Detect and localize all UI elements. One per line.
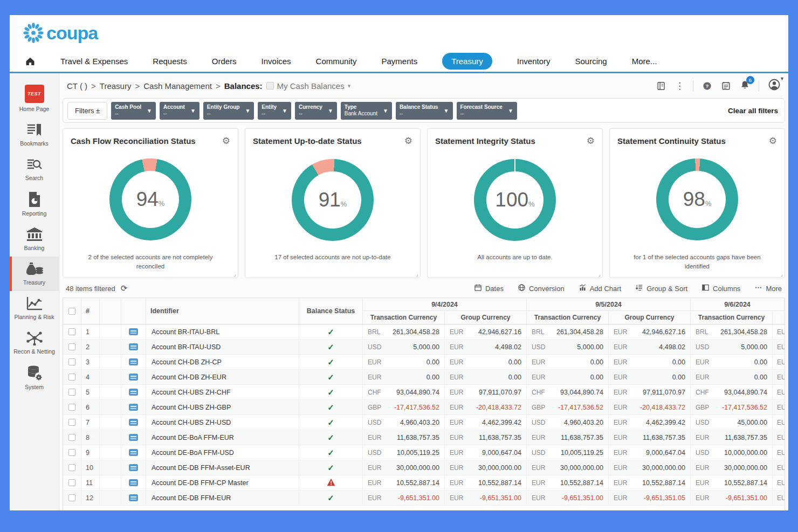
- row-identifier[interactable]: Account DE-BoA FFM-EUR: [146, 430, 299, 445]
- row-checkbox[interactable]: [68, 404, 75, 411]
- more-button[interactable]: More: [754, 284, 782, 293]
- row-checkbox[interactable]: [68, 434, 75, 441]
- nav-item-community[interactable]: Community: [316, 57, 357, 66]
- row-identifier[interactable]: Account CH-UBS ZH-CHF: [146, 385, 299, 399]
- nav-item-payments[interactable]: Payments: [381, 57, 417, 66]
- home-icon[interactable]: [25, 56, 36, 67]
- table-row[interactable]: 8Account DE-BoA FFM-EUR✓EUR11,638,757.35…: [63, 430, 785, 445]
- nav-item-treasury[interactable]: Treasury: [442, 53, 492, 70]
- nav-item-inventory[interactable]: Inventory: [517, 57, 551, 66]
- filter-dropdown-entity[interactable]: Entity--▼: [258, 102, 291, 120]
- table-row[interactable]: 4Account CH-DB ZH-EUR✓EUR0.00EUR0.00EUR0…: [63, 370, 785, 385]
- gear-icon[interactable]: ⚙: [222, 135, 230, 147]
- table-row[interactable]: 10Account DE-DB FFM-Asset-EUR✓EUR30,000,…: [63, 460, 785, 475]
- date-group-header[interactable]: 9/5/2024: [527, 298, 691, 311]
- nav-item-orders[interactable]: Orders: [212, 57, 237, 66]
- view-selector[interactable]: My Cash Balances ▾: [266, 81, 351, 91]
- sidebar-item-home-page[interactable]: TESTHome Page: [10, 80, 59, 118]
- resize-handle-icon[interactable]: ⌟: [416, 271, 418, 277]
- row-select-cell[interactable]: [63, 385, 81, 399]
- nav-item-more-[interactable]: More...: [632, 57, 657, 66]
- sub-header-group-currency[interactable]: Group Currency: [609, 311, 691, 324]
- row-checkbox[interactable]: [68, 374, 75, 381]
- resize-handle-icon[interactable]: ⌟: [598, 271, 601, 277]
- row-select-cell[interactable]: [63, 400, 81, 414]
- conversion-button[interactable]: Conversion: [518, 284, 565, 293]
- date-group-header[interactable]: 9/6/2024: [691, 298, 785, 311]
- notifications-bell[interactable]: 6: [740, 80, 750, 92]
- nav-item-sourcing[interactable]: Sourcing: [575, 57, 607, 66]
- row-checkbox[interactable]: [68, 343, 75, 350]
- filter-dropdown-forecast-source[interactable]: Forecast Source--▼: [457, 102, 517, 120]
- resize-handle-icon[interactable]: ⌟: [780, 271, 783, 277]
- table-row[interactable]: 5Account CH-UBS ZH-CHF✓CHF93,044,890.74E…: [63, 385, 785, 400]
- row-identifier[interactable]: Account DE-DB FFM-CP Master: [146, 475, 299, 490]
- table-row[interactable]: 6Account CH-UBS ZH-GBP✓GBP-17,417,536.52…: [63, 400, 785, 415]
- clear-all-filters-button[interactable]: Clear all filters: [728, 107, 778, 115]
- row-checkbox[interactable]: [68, 419, 75, 426]
- add-chart-button[interactable]: Add Chart: [579, 284, 622, 293]
- row-identifier[interactable]: Account CH-UBS ZH-USD: [146, 415, 299, 430]
- row-identifier[interactable]: Account BR-ITAU-USD: [146, 340, 299, 354]
- filter-dropdown-currency[interactable]: Currency--▼: [295, 102, 337, 120]
- help-icon[interactable]: ?: [702, 81, 712, 91]
- row-select-cell[interactable]: [63, 430, 81, 445]
- row-identifier[interactable]: Account DE-DB FFM-EUR: [146, 490, 299, 505]
- column-header-identifier[interactable]: Identifier: [146, 298, 299, 324]
- row-checkbox[interactable]: [68, 479, 75, 486]
- row-checkbox[interactable]: [68, 358, 75, 365]
- kebab-menu-icon[interactable]: ⋮: [675, 81, 684, 91]
- dates-button[interactable]: Dates: [474, 284, 504, 293]
- filter-dropdown-cash-pool[interactable]: Cash Pool--▼: [111, 102, 156, 120]
- gear-icon[interactable]: ⚙: [587, 135, 595, 147]
- table-row[interactable]: 1Account BR-ITAU-BRL✓BRL261,304,458.28EU…: [63, 324, 785, 340]
- table-row[interactable]: 11Account DE-DB FFM-CP MasterEUR10,552,8…: [63, 475, 785, 490]
- sidebar-item-system[interactable]: System: [10, 360, 59, 396]
- column-header-balance-status[interactable]: Balance Status: [299, 298, 363, 324]
- row-identifier[interactable]: Account CH-UBS ZH-GBP: [146, 400, 299, 414]
- row-identifier[interactable]: Account CH-DB ZH-CP: [146, 355, 299, 369]
- gear-icon[interactable]: ⚙: [404, 135, 412, 147]
- nav-item-invoices[interactable]: Invoices: [262, 57, 291, 66]
- nav-item-travel-expenses[interactable]: Travel & Expenses: [60, 57, 128, 66]
- filter-dropdown-balance-status[interactable]: Balance Status--▼: [396, 102, 453, 120]
- group-sort-button[interactable]: Group & Sort: [635, 284, 687, 293]
- row-select-cell[interactable]: [63, 370, 81, 384]
- row-select-cell[interactable]: [63, 490, 81, 505]
- filter-dropdown-entity-group[interactable]: Entity Group--▼: [203, 102, 254, 120]
- refresh-icon[interactable]: ⟳: [121, 284, 128, 293]
- table-row[interactable]: 12Account DE-DB FFM-EUR✓EUR-9,651,351.00…: [63, 490, 785, 506]
- filter-dropdown-account[interactable]: Account--▼: [160, 102, 200, 120]
- row-checkbox[interactable]: [68, 449, 75, 456]
- nav-item-requests[interactable]: Requests: [153, 57, 187, 66]
- sidebar-item-recon-netting[interactable]: Recon & Netting: [10, 326, 59, 360]
- row-checkbox[interactable]: [68, 494, 75, 501]
- sub-header-transaction-currency[interactable]: Transaction Currency: [691, 311, 773, 324]
- table-row[interactable]: 9Account DE-BoA FFM-USD✓USD10,005,119.25…: [63, 445, 785, 460]
- row-select-cell[interactable]: [63, 445, 81, 460]
- breadcrumb-treasury[interactable]: Treasury: [100, 81, 132, 91]
- row-select-cell[interactable]: [63, 324, 81, 339]
- row-select-cell[interactable]: [63, 460, 81, 475]
- resize-handle-icon[interactable]: ⌟: [233, 271, 236, 277]
- row-identifier[interactable]: Account DE-BoA FFM-USD: [146, 445, 299, 460]
- sidebar-item-banking[interactable]: Banking: [10, 222, 59, 257]
- gear-icon[interactable]: ⚙: [769, 135, 777, 147]
- row-select-cell[interactable]: [63, 340, 81, 354]
- sub-header-transaction-currency[interactable]: Transaction Currency: [527, 311, 609, 324]
- table-row[interactable]: 2Account BR-ITAU-USD✓USD5,000.00EUR4,498…: [63, 340, 785, 355]
- row-select-cell[interactable]: [63, 355, 81, 369]
- column-header-num[interactable]: #: [81, 298, 100, 324]
- sidebar-item-bookmarks[interactable]: Bookmarks: [10, 118, 59, 152]
- sub-header-transaction-currency[interactable]: Transaction Currency: [363, 311, 445, 324]
- row-checkbox[interactable]: [68, 464, 75, 471]
- table-row[interactable]: 7Account CH-UBS ZH-USD✓USD4,960,403.20EU…: [63, 415, 785, 430]
- table-row[interactable]: 3Account CH-DB ZH-CP✓EUR0.00EUR0.00EUR0.…: [63, 355, 785, 370]
- date-group-header[interactable]: 9/4/2024: [363, 298, 527, 311]
- row-identifier[interactable]: Account CH-DB ZH-EUR: [146, 370, 299, 384]
- breadcrumb-cash-management[interactable]: Cash Management: [143, 81, 212, 91]
- sub-header-group-currency[interactable]: Group Currency: [445, 311, 527, 324]
- row-checkbox[interactable]: [68, 389, 75, 396]
- sidebar-item-treasury[interactable]: Treasury: [10, 257, 59, 291]
- row-identifier[interactable]: Account BR-ITAU-BRL: [146, 324, 299, 339]
